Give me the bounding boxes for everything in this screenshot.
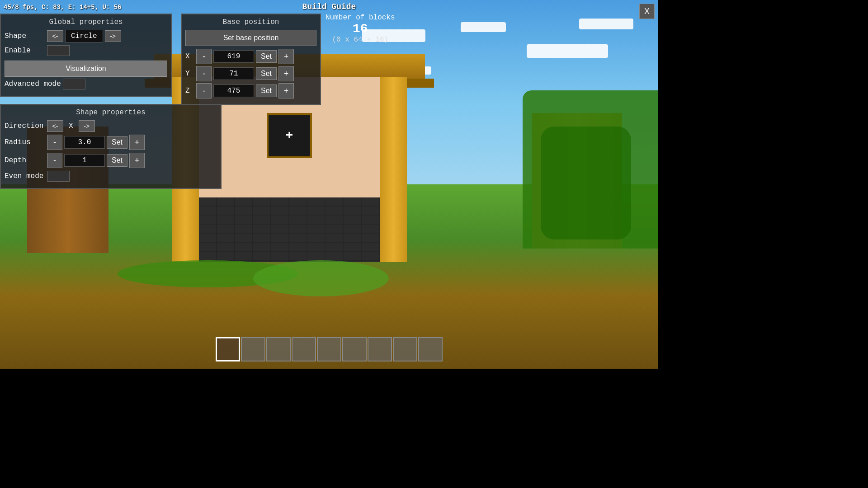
x-label: X [185,52,194,61]
advanced-mode-row: Advanced mode [5,79,167,89]
enable-toggle[interactable] [47,45,70,56]
z-plus-button[interactable]: + [278,83,294,99]
hotbar-slot-4[interactable] [292,337,316,361]
foliage-right2 [541,127,631,239]
x-minus-button[interactable]: - [196,49,212,64]
shape-row: Shape <- Circle -> [5,30,167,42]
z-minus-button[interactable]: - [196,83,212,99]
x-value: 619 [213,50,254,63]
depth-set-button[interactable]: Set [107,154,127,167]
direction-label: Direction [5,122,45,130]
cloud-4 [579,19,633,29]
cloud-1 [362,29,425,42]
hotbar-slot-6[interactable] [342,337,367,361]
y-coord-row: Y - 71 Set + [185,66,316,81]
hotbar-slot-8[interactable] [393,337,417,361]
base-position-panel: Base position Set base position X - 619 … [181,14,321,105]
hotbar-slot-3[interactable] [266,337,291,361]
z-label: Z [185,87,194,95]
direction-value: X [65,120,77,132]
depth-plus-button[interactable]: + [129,153,145,168]
radius-set-button[interactable]: Set [107,136,127,149]
radius-label: Radius [5,138,45,146]
y-minus-button[interactable]: - [196,66,212,81]
enable-label: Enable [5,47,45,55]
global-properties-panel: Global properties Shape <- Circle -> Ena… [0,14,172,97]
direction-next-button[interactable]: -> [79,120,95,132]
hotbar-slot-7[interactable] [368,337,392,361]
hotbar [216,337,443,361]
close-button[interactable]: X [639,4,655,19]
crosshair: + [286,128,293,142]
global-properties-title: Global properties [5,18,167,26]
hotbar-slot-9[interactable] [418,337,443,361]
radius-row: Radius - 3.0 Set + [5,135,217,150]
even-mode-label: Even mode [5,172,45,180]
z-set-button[interactable]: Set [256,84,277,97]
z-coord-row: Z - 475 Set + [185,83,316,99]
y-set-button[interactable]: Set [256,67,277,80]
y-plus-button[interactable]: + [278,66,294,81]
depth-label: Depth [5,156,45,164]
direction-row: Direction <- X -> [5,120,217,132]
shape-label: Shape [5,32,45,40]
advanced-mode-label: Advanced mode [5,80,61,88]
shape-value: Circle [65,30,103,42]
set-base-position-button[interactable]: Set base position [185,30,316,46]
radius-plus-button[interactable]: + [129,135,145,150]
base-position-title: Base position [185,18,316,26]
window: + [267,113,312,158]
wall-bottom [199,197,380,263]
shape-next-button[interactable]: -> [105,30,121,42]
ground-patch-2 [253,260,389,296]
enable-row: Enable [5,45,167,56]
y-value: 71 [213,67,254,80]
cloud-3 [527,44,608,58]
visualization-button[interactable]: Visualization [5,61,167,77]
shape-prev-button[interactable]: <- [47,30,63,42]
radius-value: 3.0 [64,136,105,149]
depth-row: Depth - 1 Set + [5,153,217,168]
direction-prev-button[interactable]: <- [47,120,63,132]
x-set-button[interactable]: Set [256,50,277,63]
radius-minus-button[interactable]: - [47,135,62,150]
y-label: Y [185,70,194,78]
hotbar-slot-2[interactable] [241,337,265,361]
depth-minus-button[interactable]: - [47,153,62,168]
x-coord-row: X - 619 Set + [185,49,316,64]
cloud-2 [461,22,506,32]
x-plus-button[interactable]: + [278,49,294,64]
advanced-mode-toggle[interactable] [63,79,85,89]
z-value: 475 [213,84,254,97]
even-mode-row: Even mode [5,171,217,182]
pillar-right [380,77,407,262]
shape-properties-title: Shape properties [5,108,217,117]
shape-properties-panel: Shape properties Direction <- X -> Radiu… [0,104,222,189]
hotbar-slot-5[interactable] [317,337,341,361]
even-mode-toggle[interactable] [47,171,70,182]
depth-value: 1 [64,154,105,167]
hotbar-slot-1[interactable] [216,337,240,361]
